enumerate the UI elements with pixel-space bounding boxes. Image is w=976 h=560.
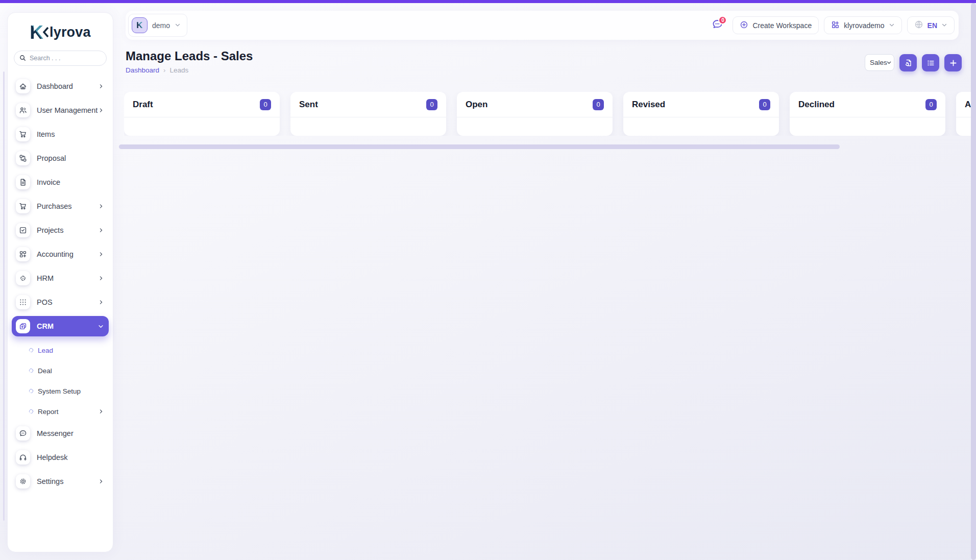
page-head: Manage Leads - Sales Dashboard › Leads S… [126, 49, 962, 74]
sidebar-item-label: HRM [37, 274, 54, 282]
sidebar-item-label: Items [37, 130, 55, 138]
column-dropzone[interactable] [290, 117, 446, 136]
sidebar-item-label: Settings [37, 477, 63, 485]
submenu-item-label: Report [38, 408, 59, 416]
proposal-icon [16, 151, 30, 165]
sidebar-item-items[interactable]: Items [12, 124, 109, 144]
accounting-icon [16, 247, 30, 261]
logo-k-glyph: K [30, 23, 43, 42]
plus-icon [949, 59, 958, 67]
chevron-right-icon [99, 300, 104, 305]
projects-icon [16, 223, 30, 237]
submenu-item-label: Lead [38, 347, 53, 354]
chevron-down-icon [941, 21, 947, 30]
sidebar-item-purchases[interactable]: Purchases [12, 196, 109, 216]
sidebar-item-crm[interactable]: CRM [12, 316, 109, 336]
column-dropzone[interactable] [124, 117, 280, 136]
pos-icon [16, 295, 30, 309]
column-dropzone[interactable] [623, 117, 779, 136]
sidebar-item-invoice[interactable]: Invoice [12, 172, 109, 192]
column-dropzone[interactable] [457, 117, 613, 136]
list-view-button[interactable] [922, 54, 939, 71]
users-icon [16, 103, 30, 117]
sidebar-item-hrm[interactable]: HRM [12, 268, 109, 288]
sidebar-item-label: Helpdesk [37, 453, 67, 461]
add-lead-button[interactable] [944, 54, 962, 71]
globe-icon [914, 20, 923, 31]
sidebar-item-label: Purchases [37, 202, 72, 210]
language-selector[interactable]: EN [907, 16, 955, 34]
column-count-badge: 0 [426, 99, 437, 110]
sidebar-item-label: Invoice [37, 178, 60, 186]
crm-submenu: Lead Deal System Setup Report [12, 340, 109, 422]
sidebar-item-helpdesk[interactable]: Helpdesk [12, 447, 109, 468]
invoice-icon [16, 175, 30, 189]
home-icon [16, 79, 30, 93]
crm-icon [16, 319, 30, 333]
messenger-icon [16, 426, 30, 441]
create-workspace-label: Create Workspace [752, 21, 812, 30]
submenu-item-report[interactable]: Report [12, 401, 109, 422]
submenu-item-lead[interactable]: Lead [12, 340, 109, 360]
top-accent-bar [0, 0, 976, 3]
messages-button[interactable]: 0 [707, 15, 727, 36]
create-workspace-button[interactable]: Create Workspace [733, 16, 819, 34]
notification-badge: 0 [718, 16, 727, 25]
board-horizontal-scrollbar[interactable] [119, 144, 840, 149]
submenu-item-deal[interactable]: Deal [12, 360, 109, 381]
sidebar-item-projects[interactable]: Projects [12, 220, 109, 240]
chevron-right-icon [99, 204, 104, 209]
bullet-icon [28, 347, 34, 353]
breadcrumb-dashboard[interactable]: Dashboard [126, 66, 159, 74]
chevron-right-icon [99, 84, 104, 89]
sidebar-item-user-management[interactable]: User Management [12, 100, 109, 120]
page-title: Manage Leads - Sales [126, 49, 253, 63]
top-header: K demo 0 Create Workspace klyrovademo EN [126, 11, 959, 40]
sidebar-item-label: Proposal [37, 154, 66, 162]
sidebar-item-dashboard[interactable]: Dashboard [12, 76, 109, 96]
pipeline-select-value: Sales [870, 59, 887, 66]
list-view-icon [926, 59, 935, 67]
plus-circle-icon [740, 20, 748, 31]
sidebar-scrollbar[interactable] [3, 71, 5, 521]
cart-icon [16, 127, 30, 141]
sidebar-item-settings[interactable]: Settings [12, 471, 109, 492]
chevron-right-icon [99, 276, 104, 281]
convert-stage-button[interactable] [899, 54, 917, 71]
search-input[interactable] [14, 51, 107, 66]
account-menu[interactable]: klyrovademo [824, 16, 901, 34]
breadcrumb-current: Leads [169, 66, 188, 74]
sidebar: K lyrova Dashboard User Management [7, 12, 113, 552]
chevron-down-icon [175, 21, 181, 30]
file-refresh-icon [904, 59, 913, 67]
workspace-switcher[interactable]: K demo [128, 14, 187, 37]
kanban-column-sent: Sent 0 [290, 92, 446, 136]
lead-board: Draft 0 Sent 0 Open 0 Revised 0 [124, 92, 971, 136]
submenu-item-system-setup[interactable]: System Setup [12, 381, 109, 401]
sidebar-item-label: User Management [37, 106, 97, 114]
column-count-badge: 0 [260, 99, 271, 110]
workspace-avatar: K [132, 17, 148, 33]
sidebar-item-accounting[interactable]: Accounting [12, 244, 109, 264]
window-scrollbar[interactable] [971, 3, 976, 560]
sidebar-item-label: Accounting [37, 250, 74, 258]
brand-logo[interactable]: K lyrova [8, 13, 113, 45]
search-icon [19, 54, 27, 64]
sidebar-item-label: CRM [37, 322, 54, 330]
pipeline-select[interactable]: Sales [865, 54, 894, 71]
kanban-column-revised: Revised 0 [623, 92, 779, 136]
sidebar-item-messenger[interactable]: Messenger [12, 423, 109, 444]
chevron-right-icon [99, 479, 104, 484]
column-count-badge: 0 [593, 99, 604, 110]
kanban-column-accepted: Accepted 0 [956, 92, 971, 136]
column-title: Revised [632, 100, 665, 110]
column-dropzone[interactable] [790, 117, 945, 136]
sidebar-item-pos[interactable]: POS [12, 292, 109, 312]
sidebar-item-proposal[interactable]: Proposal [12, 148, 109, 168]
logo-text: lyrova [50, 25, 91, 40]
column-title: Draft [133, 100, 153, 110]
column-dropzone[interactable] [956, 117, 971, 136]
column-title: Accepted [965, 100, 971, 110]
submenu-item-label: System Setup [38, 387, 81, 395]
hrm-icon [16, 271, 30, 285]
